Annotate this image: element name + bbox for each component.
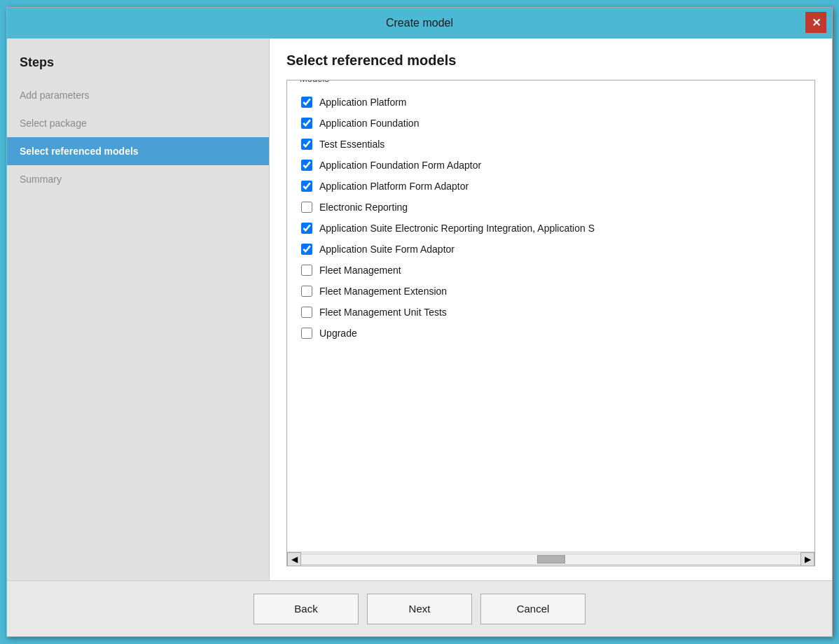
model-label-fleet-management-unit: Fleet Management Unit Tests <box>319 307 447 318</box>
model-label-app-suite-er: Application Suite Electronic Reporting I… <box>319 223 595 234</box>
cancel-button[interactable]: Cancel <box>480 594 585 624</box>
model-label-electronic-reporting: Electronic Reporting <box>319 202 408 213</box>
sidebar-item-add-parameters[interactable]: Add parameters <box>7 81 269 109</box>
main-content: Select referenced models Models Applicat… <box>270 38 832 580</box>
model-label-test-essentials: Test Essentials <box>319 139 384 150</box>
close-button[interactable]: ✕ <box>805 12 826 33</box>
checkbox-fleet-management-unit[interactable] <box>301 307 312 318</box>
checkbox-app-platform[interactable] <box>301 97 312 108</box>
model-item-app-platform: Application Platform <box>296 92 806 113</box>
model-item-fleet-management-unit: Fleet Management Unit Tests <box>296 302 806 323</box>
model-label-app-platform: Application Platform <box>319 97 407 108</box>
model-item-electronic-reporting: Electronic Reporting <box>296 197 806 218</box>
models-legend-label: Models <box>296 80 333 84</box>
checkbox-electronic-reporting[interactable] <box>301 202 312 213</box>
model-label-upgrade: Upgrade <box>319 328 357 339</box>
model-item-app-platform-form: Application Platform Form Adaptor <box>296 176 806 197</box>
model-label-fleet-management: Fleet Management <box>319 265 401 276</box>
dialog-footer: Back Next Cancel <box>7 580 832 636</box>
models-scroll-area[interactable]: Application PlatformApplication Foundati… <box>287 80 814 552</box>
dialog-title: Create model <box>386 17 453 29</box>
sidebar-header: Steps <box>7 50 269 81</box>
back-button[interactable]: Back <box>254 594 359 624</box>
checkbox-app-foundation[interactable] <box>301 118 312 129</box>
model-label-app-foundation: Application Foundation <box>319 118 419 129</box>
checkbox-upgrade[interactable] <box>301 328 312 339</box>
dialog-body: Steps Add parametersSelect packageSelect… <box>7 38 832 580</box>
next-button[interactable]: Next <box>367 594 472 624</box>
sidebar-item-select-package[interactable]: Select package <box>7 109 269 137</box>
h-scroll-track[interactable] <box>301 554 800 565</box>
sidebar: Steps Add parametersSelect packageSelect… <box>7 38 270 580</box>
model-label-app-suite-form: Application Suite Form Adaptor <box>319 244 455 255</box>
title-bar: Create model ✕ <box>7 8 832 38</box>
checkbox-test-essentials[interactable] <box>301 139 312 150</box>
scroll-right-button[interactable]: ▶ <box>800 552 814 566</box>
model-label-fleet-management-ext: Fleet Management Extension <box>319 286 447 297</box>
checkbox-fleet-management[interactable] <box>301 265 312 276</box>
model-item-upgrade: Upgrade <box>296 323 806 344</box>
checkbox-app-suite-er[interactable] <box>301 223 312 234</box>
checkbox-app-suite-form[interactable] <box>301 244 312 255</box>
create-model-dialog: Create model ✕ Steps Add parametersSelec… <box>6 7 833 637</box>
model-item-test-essentials: Test Essentials <box>296 134 806 155</box>
horizontal-scrollbar: ◀ ▶ <box>287 552 814 566</box>
sidebar-items-list: Add parametersSelect packageSelect refer… <box>7 81 269 193</box>
main-title: Select referenced models <box>286 52 815 69</box>
model-label-app-platform-form: Application Platform Form Adaptor <box>319 181 469 192</box>
model-item-app-foundation-form: Application Foundation Form Adaptor <box>296 155 806 176</box>
model-item-fleet-management-ext: Fleet Management Extension <box>296 281 806 302</box>
checkbox-app-platform-form[interactable] <box>301 181 312 192</box>
scroll-left-button[interactable]: ◀ <box>287 552 301 566</box>
sidebar-item-summary[interactable]: Summary <box>7 165 269 193</box>
model-item-fleet-management: Fleet Management <box>296 260 806 281</box>
sidebar-item-select-referenced-models[interactable]: Select referenced models <box>7 137 269 165</box>
checkbox-fleet-management-ext[interactable] <box>301 286 312 297</box>
model-item-app-suite-er: Application Suite Electronic Reporting I… <box>296 218 806 239</box>
h-scroll-thumb[interactable] <box>537 555 565 564</box>
model-item-app-foundation: Application Foundation <box>296 113 806 134</box>
checkbox-app-foundation-form[interactable] <box>301 160 312 171</box>
models-group: Models Application PlatformApplication F… <box>286 80 815 566</box>
model-label-app-foundation-form: Application Foundation Form Adaptor <box>319 160 481 171</box>
model-item-app-suite-form: Application Suite Form Adaptor <box>296 239 806 260</box>
models-list-container: Application PlatformApplication Foundati… <box>287 80 814 566</box>
